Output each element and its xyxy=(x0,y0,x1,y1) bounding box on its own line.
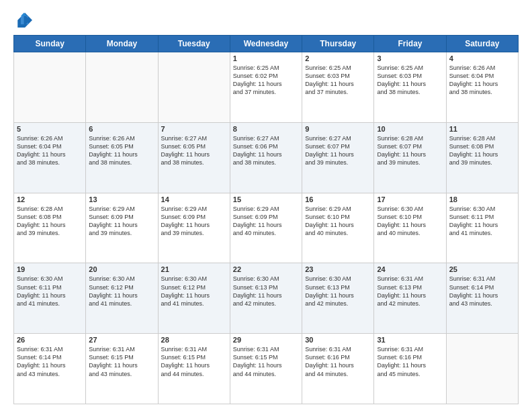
day-info: Sunrise: 6:29 AM Sunset: 6:09 PM Dayligh… xyxy=(89,205,154,238)
day-number: 3 xyxy=(377,54,443,62)
calendar-cell xyxy=(14,52,86,123)
day-number: 27 xyxy=(89,336,154,344)
calendar-cell: 18Sunrise: 6:30 AM Sunset: 6:11 PM Dayli… xyxy=(446,193,518,263)
day-info: Sunrise: 6:31 AM Sunset: 6:13 PM Dayligh… xyxy=(377,275,443,308)
day-number: 25 xyxy=(449,265,515,273)
calendar-cell: 10Sunrise: 6:28 AM Sunset: 6:07 PM Dayli… xyxy=(374,122,446,193)
day-info: Sunrise: 6:27 AM Sunset: 6:05 PM Dayligh… xyxy=(161,134,227,167)
day-info: Sunrise: 6:31 AM Sunset: 6:14 PM Dayligh… xyxy=(449,275,515,308)
day-number: 6 xyxy=(89,125,154,133)
day-number: 4 xyxy=(449,54,515,62)
calendar-cell: 19Sunrise: 6:30 AM Sunset: 6:11 PM Dayli… xyxy=(14,263,86,334)
day-info: Sunrise: 6:28 AM Sunset: 6:08 PM Dayligh… xyxy=(17,205,83,238)
day-info: Sunrise: 6:31 AM Sunset: 6:16 PM Dayligh… xyxy=(377,345,443,378)
calendar-week-4: 26Sunrise: 6:31 AM Sunset: 6:14 PM Dayli… xyxy=(14,334,519,404)
day-info: Sunrise: 6:31 AM Sunset: 6:15 PM Dayligh… xyxy=(233,345,299,378)
day-info: Sunrise: 6:26 AM Sunset: 6:04 PM Dayligh… xyxy=(17,134,83,167)
calendar-cell xyxy=(158,52,230,123)
calendar-cell: 24Sunrise: 6:31 AM Sunset: 6:13 PM Dayli… xyxy=(374,263,446,334)
day-number: 5 xyxy=(17,125,83,133)
calendar-week-0: 1Sunrise: 6:25 AM Sunset: 6:02 PM Daylig… xyxy=(14,52,519,123)
day-header-monday: Monday xyxy=(86,36,158,52)
day-number: 16 xyxy=(305,195,371,203)
calendar-cell: 17Sunrise: 6:30 AM Sunset: 6:10 PM Dayli… xyxy=(374,193,446,263)
day-number: 10 xyxy=(377,125,443,133)
calendar-cell: 7Sunrise: 6:27 AM Sunset: 6:05 PM Daylig… xyxy=(158,122,230,193)
page: SundayMondayTuesdayWednesdayThursdayFrid… xyxy=(0,0,532,411)
calendar-cell: 8Sunrise: 6:27 AM Sunset: 6:06 PM Daylig… xyxy=(230,122,302,193)
calendar-cell: 23Sunrise: 6:30 AM Sunset: 6:13 PM Dayli… xyxy=(302,263,374,334)
logo xyxy=(13,11,35,30)
day-number: 24 xyxy=(377,265,443,273)
day-info: Sunrise: 6:30 AM Sunset: 6:11 PM Dayligh… xyxy=(449,205,515,238)
day-number: 1 xyxy=(233,54,299,62)
day-number: 15 xyxy=(233,195,299,203)
day-info: Sunrise: 6:30 AM Sunset: 6:13 PM Dayligh… xyxy=(233,275,299,308)
calendar-cell: 13Sunrise: 6:29 AM Sunset: 6:09 PM Dayli… xyxy=(86,193,158,263)
calendar-cell xyxy=(446,334,518,404)
calendar-cell: 21Sunrise: 6:30 AM Sunset: 6:12 PM Dayli… xyxy=(158,263,230,334)
day-number: 13 xyxy=(89,195,154,203)
calendar-header-row: SundayMondayTuesdayWednesdayThursdayFrid… xyxy=(14,36,519,52)
calendar-cell: 20Sunrise: 6:30 AM Sunset: 6:12 PM Dayli… xyxy=(86,263,158,334)
day-info: Sunrise: 6:30 AM Sunset: 6:13 PM Dayligh… xyxy=(305,275,371,308)
day-info: Sunrise: 6:25 AM Sunset: 6:02 PM Dayligh… xyxy=(233,64,299,97)
day-number: 2 xyxy=(305,54,371,62)
day-info: Sunrise: 6:26 AM Sunset: 6:05 PM Dayligh… xyxy=(89,134,154,167)
day-number: 29 xyxy=(233,336,299,344)
day-info: Sunrise: 6:25 AM Sunset: 6:03 PM Dayligh… xyxy=(377,64,443,97)
calendar-cell: 4Sunrise: 6:26 AM Sunset: 6:04 PM Daylig… xyxy=(446,52,518,123)
calendar-cell: 22Sunrise: 6:30 AM Sunset: 6:13 PM Dayli… xyxy=(230,263,302,334)
day-info: Sunrise: 6:29 AM Sunset: 6:09 PM Dayligh… xyxy=(161,205,227,238)
calendar-cell: 31Sunrise: 6:31 AM Sunset: 6:16 PM Dayli… xyxy=(374,334,446,404)
day-info: Sunrise: 6:30 AM Sunset: 6:12 PM Dayligh… xyxy=(89,275,154,308)
day-info: Sunrise: 6:29 AM Sunset: 6:09 PM Dayligh… xyxy=(233,205,299,238)
day-header-thursday: Thursday xyxy=(302,36,374,52)
calendar-cell: 3Sunrise: 6:25 AM Sunset: 6:03 PM Daylig… xyxy=(374,52,446,123)
day-header-sunday: Sunday xyxy=(14,36,86,52)
calendar-table: SundayMondayTuesdayWednesdayThursdayFrid… xyxy=(13,35,519,404)
calendar-cell: 12Sunrise: 6:28 AM Sunset: 6:08 PM Dayli… xyxy=(14,193,86,263)
day-header-tuesday: Tuesday xyxy=(158,36,230,52)
day-info: Sunrise: 6:30 AM Sunset: 6:10 PM Dayligh… xyxy=(377,205,443,238)
day-info: Sunrise: 6:31 AM Sunset: 6:15 PM Dayligh… xyxy=(89,345,154,378)
day-number: 22 xyxy=(233,265,299,273)
day-info: Sunrise: 6:31 AM Sunset: 6:14 PM Dayligh… xyxy=(17,345,83,378)
calendar-week-2: 12Sunrise: 6:28 AM Sunset: 6:08 PM Dayli… xyxy=(14,193,519,263)
calendar-cell: 28Sunrise: 6:31 AM Sunset: 6:15 PM Dayli… xyxy=(158,334,230,404)
calendar-cell: 2Sunrise: 6:25 AM Sunset: 6:03 PM Daylig… xyxy=(302,52,374,123)
calendar-cell: 29Sunrise: 6:31 AM Sunset: 6:15 PM Dayli… xyxy=(230,334,302,404)
day-number: 12 xyxy=(17,195,83,203)
day-info: Sunrise: 6:27 AM Sunset: 6:06 PM Dayligh… xyxy=(233,134,299,167)
day-header-friday: Friday xyxy=(374,36,446,52)
day-number: 26 xyxy=(17,336,83,344)
calendar-week-3: 19Sunrise: 6:30 AM Sunset: 6:11 PM Dayli… xyxy=(14,263,519,334)
day-info: Sunrise: 6:30 AM Sunset: 6:12 PM Dayligh… xyxy=(161,275,227,308)
calendar-cell: 11Sunrise: 6:28 AM Sunset: 6:08 PM Dayli… xyxy=(446,122,518,193)
day-number: 21 xyxy=(161,265,227,273)
calendar-cell: 16Sunrise: 6:29 AM Sunset: 6:10 PM Dayli… xyxy=(302,193,374,263)
day-info: Sunrise: 6:30 AM Sunset: 6:11 PM Dayligh… xyxy=(17,275,83,308)
calendar-cell: 15Sunrise: 6:29 AM Sunset: 6:09 PM Dayli… xyxy=(230,193,302,263)
day-info: Sunrise: 6:28 AM Sunset: 6:08 PM Dayligh… xyxy=(449,134,515,167)
day-number: 8 xyxy=(233,125,299,133)
calendar-cell: 25Sunrise: 6:31 AM Sunset: 6:14 PM Dayli… xyxy=(446,263,518,334)
day-number: 11 xyxy=(449,125,515,133)
calendar-cell: 1Sunrise: 6:25 AM Sunset: 6:02 PM Daylig… xyxy=(230,52,302,123)
day-info: Sunrise: 6:26 AM Sunset: 6:04 PM Dayligh… xyxy=(449,64,515,97)
day-info: Sunrise: 6:25 AM Sunset: 6:03 PM Dayligh… xyxy=(305,64,371,97)
day-number: 28 xyxy=(161,336,227,344)
day-number: 31 xyxy=(377,336,443,344)
day-info: Sunrise: 6:27 AM Sunset: 6:07 PM Dayligh… xyxy=(305,134,371,167)
day-header-wednesday: Wednesday xyxy=(230,36,302,52)
day-number: 18 xyxy=(449,195,515,203)
day-info: Sunrise: 6:31 AM Sunset: 6:16 PM Dayligh… xyxy=(305,345,371,378)
calendar-cell: 5Sunrise: 6:26 AM Sunset: 6:04 PM Daylig… xyxy=(14,122,86,193)
day-number: 17 xyxy=(377,195,443,203)
calendar-cell: 30Sunrise: 6:31 AM Sunset: 6:16 PM Dayli… xyxy=(302,334,374,404)
day-number: 23 xyxy=(305,265,371,273)
day-number: 19 xyxy=(17,265,83,273)
day-info: Sunrise: 6:28 AM Sunset: 6:07 PM Dayligh… xyxy=(377,134,443,167)
day-number: 14 xyxy=(161,195,227,203)
logo-icon xyxy=(13,11,32,30)
